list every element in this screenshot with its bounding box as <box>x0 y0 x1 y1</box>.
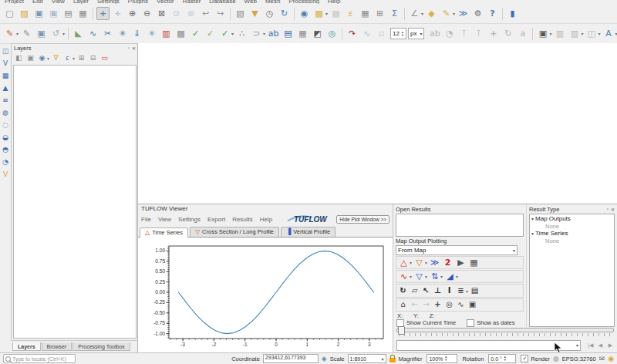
manage-map-themes-dropdown-icon[interactable]: ▾ <box>47 56 49 61</box>
filter-by-expression-dropdown-icon[interactable]: ▾ <box>72 56 75 61</box>
data-source-manager-icon[interactable]: ◫ <box>1 46 10 56</box>
locator-bar[interactable]: Type to locate (Ctrl+K) <box>3 354 76 363</box>
filter-legend-icon[interactable]: ∇ <box>51 53 61 63</box>
skip-to-start-button[interactable]: |◀ <box>585 341 595 350</box>
export-plot-icon[interactable]: ▤ <box>470 286 480 296</box>
save-project-as-icon[interactable]: ▣ <box>47 7 60 20</box>
pin-labels-icon[interactable]: ⊺ <box>457 27 470 40</box>
zoom-out-icon[interactable]: ⊖ <box>140 7 153 20</box>
layer-diagram-icon[interactable]: ◔ <box>443 27 456 40</box>
plot-figure[interactable]: -3-2-10123-1.00-0.75-0.50-0.250.000.250.… <box>138 238 393 353</box>
stepper-arrows-icon[interactable]: ▲▼ <box>401 31 404 37</box>
tree-expander-icon[interactable]: ▾ <box>531 231 534 236</box>
ts-plot-dropdown-icon[interactable]: ▾ <box>410 260 412 265</box>
menu-project[interactable]: Project <box>5 0 24 4</box>
ts-plot-icon[interactable]: △ <box>398 257 410 268</box>
new-bookmark-icon[interactable]: ▼ <box>248 7 261 20</box>
pan-plot-icon[interactable]: + <box>433 300 443 310</box>
add-postgis-layer-icon[interactable]: ◍ <box>1 108 10 117</box>
move-label-icon[interactable]: + <box>487 27 500 40</box>
menu-vector[interactable]: Vector <box>157 0 174 4</box>
menu-raster[interactable]: Raster <box>183 0 201 4</box>
zoom-full-icon[interactable]: ⊠ <box>155 7 168 20</box>
map-canvas[interactable]: TUFLOW Viewer FileViewSettingsExportResu… <box>137 43 617 353</box>
help-icon[interactable]: ? <box>486 7 499 20</box>
measure-dropdown-icon[interactable]: ▾ <box>421 11 423 16</box>
crs-value[interactable]: EPSG:32760 <box>562 356 596 362</box>
paste-style-dropdown-icon[interactable]: ▾ <box>581 31 583 36</box>
new-annotation-dropdown-icon[interactable]: ▾ <box>453 11 455 16</box>
panel-tab-layers[interactable]: Layers <box>12 342 41 351</box>
field-calculator-icon[interactable]: ⊞ <box>373 7 386 20</box>
add-delimited-text-layer-icon[interactable]: ≡ <box>1 96 10 105</box>
magnifier-stepper[interactable]: 100% ▲▼ <box>427 354 457 363</box>
curtain-plot-icon[interactable]: ◢ <box>444 271 456 282</box>
float-panel-icon[interactable]: ▫ <box>128 46 130 51</box>
back-view-icon[interactable]: ← <box>410 300 420 310</box>
forward-view-icon[interactable]: → <box>421 300 431 310</box>
toggle-editing-icon[interactable]: ✎ <box>20 27 33 40</box>
scale-combo[interactable]: 1:8910 ▾ <box>348 354 386 363</box>
diagram-options-dropdown-icon[interactable]: ▾ <box>598 31 600 36</box>
measure-icon[interactable]: ∠ <box>408 7 421 20</box>
tuflow-menu-export[interactable]: Export <box>207 216 225 223</box>
float-panel-icon[interactable]: ▫ <box>607 207 609 212</box>
menu-layer[interactable]: Layer <box>73 0 89 4</box>
add-wcs-layer-icon[interactable]: ◓ <box>1 145 10 154</box>
manage-map-themes-icon[interactable]: ◉ <box>37 53 47 63</box>
3d-ts-plot-icon[interactable]: ∿ <box>398 271 410 282</box>
3d-ts-plot-dropdown-icon[interactable]: ▾ <box>410 274 412 279</box>
undo-dropdown-icon[interactable]: ▾ <box>62 31 65 36</box>
import-features-icon[interactable]: ⇓ <box>130 27 143 40</box>
rotation-stepper[interactable]: 0.0 ° ▲▼ <box>488 354 516 363</box>
panel-tab-browser[interactable]: Browser <box>42 342 72 351</box>
rotate-label-icon[interactable]: ↻ <box>501 27 514 40</box>
zoom-in-icon[interactable]: ⊕ <box>126 7 139 20</box>
zoom-to-layer-icon[interactable]: ⊚ <box>184 7 197 20</box>
add-group-icon[interactable]: ▣ <box>25 53 35 63</box>
axis-mode-icon[interactable]: I <box>444 286 454 296</box>
select-by-expression-icon[interactable]: ε <box>344 7 357 20</box>
3d-flux-plot-icon[interactable]: ⇅ <box>429 271 440 282</box>
tree-item-map-outputs[interactable]: ▾Map Outputs <box>531 215 612 223</box>
topology-checker-dropdown-icon[interactable]: ▾ <box>231 31 234 36</box>
select-features-icon[interactable]: ▩ <box>312 7 325 20</box>
menu-settings[interactable]: Settings <box>97 0 120 4</box>
collapse-all-icon[interactable]: ⊟ <box>88 53 98 63</box>
tuflow-menu-results[interactable]: Results <box>232 216 253 223</box>
tuflow-menu-file[interactable]: File <box>141 216 151 223</box>
result-type-tree[interactable]: ▾Map OutputsNone▾Time SeriesNone <box>529 214 615 327</box>
open-results-list[interactable] <box>396 214 524 237</box>
plot-from-grid-icon[interactable]: ▦ <box>468 257 480 268</box>
georeferencer-icon[interactable]: ▩ <box>174 27 187 40</box>
new-project-icon[interactable]: ▢ <box>3 7 16 20</box>
attachments-dropdown-icon[interactable]: ▾ <box>263 31 265 36</box>
checkbox-show-as-dates[interactable]: Show as dates <box>467 319 514 327</box>
add-wms-layer-icon[interactable]: ◒ <box>1 133 10 142</box>
mesh-calculator-icon[interactable]: ✳ <box>145 27 158 40</box>
flux-line-plot-icon[interactable]: ≫ <box>429 257 440 268</box>
curtain-plot-dropdown-icon[interactable]: ▾ <box>456 274 458 279</box>
current-edits-icon[interactable]: ✎ <box>3 27 16 40</box>
cursor-tracking-icon[interactable]: ↖ <box>421 286 431 296</box>
save-edits-icon[interactable]: ▣ <box>35 27 48 40</box>
options-icon[interactable]: ⚙ <box>471 7 484 20</box>
check-geometries-icon[interactable]: ✓ <box>189 27 202 40</box>
filter-by-expression-icon[interactable]: ε <box>62 53 72 63</box>
cross-section-plot-icon[interactable]: ▽ <box>413 257 425 268</box>
messages-icon[interactable]: ✉ <box>599 356 605 362</box>
identify-features-icon[interactable]: ◉ <box>298 7 311 20</box>
next-timestep-button[interactable]: ▶ <box>605 341 615 350</box>
new-3d-map-icon[interactable]: ▧ <box>234 7 247 20</box>
geoprocessing-icon[interactable]: ◎ <box>325 27 339 40</box>
font-size-stepper[interactable]: 12 ▲▼ <box>390 28 406 39</box>
layer-labeling-icon[interactable]: ab <box>428 27 441 40</box>
tab-cross-section-long-profile[interactable]: ▽Cross Section / Long Profile <box>190 227 279 237</box>
add-raster-layer-icon[interactable]: ▦ <box>1 71 10 80</box>
change-label-icon[interactable]: a <box>516 27 529 40</box>
diagram-options-icon[interactable]: ◫ <box>585 27 598 40</box>
menu-view[interactable]: View <box>52 0 65 4</box>
flux-section-icon[interactable]: ⊥ <box>433 286 443 296</box>
select-plot-feature-icon[interactable]: ▶ <box>455 257 467 268</box>
stepper-arrows-icon[interactable]: ▲▼ <box>504 356 507 362</box>
